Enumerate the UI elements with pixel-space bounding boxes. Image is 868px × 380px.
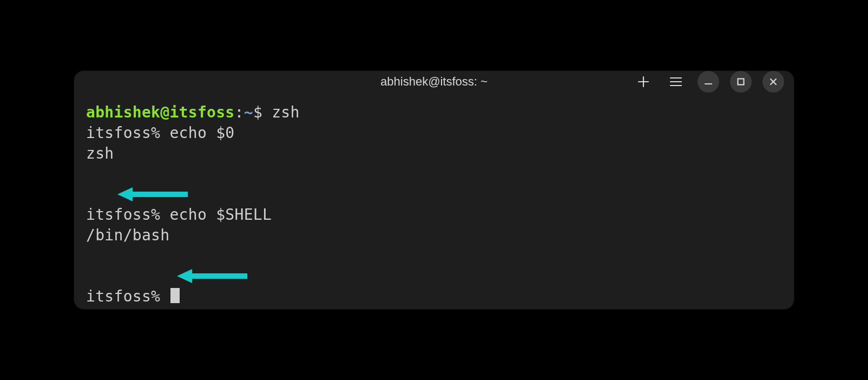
output-text: /bin/bash [86,226,169,244]
zsh-prompt: itsfoss% [86,124,169,142]
output-text: zsh [86,145,114,162]
command-text: echo $SHELL [169,206,272,224]
output-line: zsh [86,143,782,205]
prompt-line-bash: abhishek@itsfoss:~$ zsh [86,102,782,123]
terminal-window: abhishek@itsfoss: ~ [74,71,794,309]
close-button[interactable] [762,71,784,93]
close-icon [770,78,777,86]
maximize-icon [737,78,745,86]
prompt-sep: : [235,103,244,121]
prompt-user-host: abhishek@itsfoss [86,103,235,121]
titlebar[interactable]: abhishek@itsfoss: ~ [74,71,794,93]
titlebar-controls [633,71,784,93]
maximize-button[interactable] [730,71,752,93]
svg-rect-6 [738,79,744,85]
terminal-body[interactable]: abhishek@itsfoss:~$ zsh itsfoss% echo $0… [74,93,794,309]
minimize-button[interactable] [698,71,719,93]
svg-marker-9 [117,187,188,201]
plus-icon [637,76,649,88]
prompt-line-cursor: itsfoss% [86,286,782,307]
svg-marker-10 [177,269,247,283]
zsh-prompt: itsfoss% [86,206,169,224]
minimize-icon [705,78,712,86]
prompt-line-zsh: itsfoss% echo $0 [86,123,782,143]
cursor-icon [170,288,180,303]
prompt-dollar: $ [253,103,272,121]
prompt-path: ~ [244,103,253,121]
prompt-line-zsh: itsfoss% echo $SHELL [86,205,782,225]
menu-button[interactable] [665,71,687,93]
command-text: echo $0 [169,124,234,142]
window-title: abhishek@itsfoss: ~ [380,75,488,89]
zsh-prompt: itsfoss% [86,287,169,305]
output-line: /bin/bash [86,225,782,286]
command-text: zsh [272,103,299,121]
hamburger-icon [670,77,682,87]
new-tab-button[interactable] [633,71,654,93]
